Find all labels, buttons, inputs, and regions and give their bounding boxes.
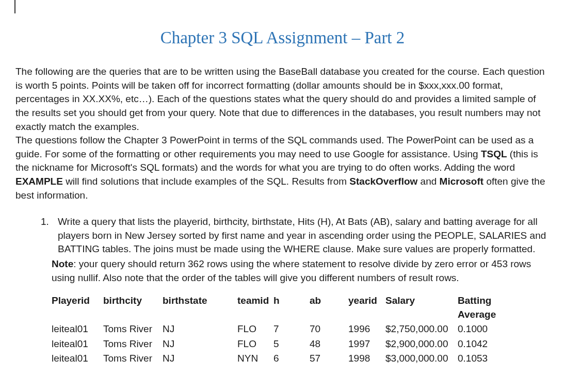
cell: 7 bbox=[273, 322, 310, 337]
cell: NYN bbox=[237, 352, 273, 367]
text-cursor bbox=[14, 0, 15, 13]
and-text: and bbox=[417, 176, 439, 187]
table-row: leiteal01 Toms River NJ FLO 7 70 1996 $2… bbox=[52, 322, 509, 337]
microsoft-keyword: Microsoft bbox=[440, 176, 484, 187]
cell: NJ bbox=[163, 337, 237, 352]
note-text: : your query should return 362 rows usin… bbox=[52, 258, 531, 283]
table-header-row: Playerid birthcity birthstate teamid h a… bbox=[52, 294, 509, 322]
cell: 0.1000 bbox=[458, 322, 509, 337]
col-playerid: Playerid bbox=[52, 294, 103, 322]
cell: $2,900,000.00 bbox=[385, 337, 458, 352]
cell: FLO bbox=[237, 322, 273, 337]
cell: NJ bbox=[163, 352, 237, 367]
col-salary: Salary bbox=[385, 294, 458, 322]
note-block: Note: your query should return 362 rows … bbox=[52, 257, 550, 285]
question-1-text: Write a query that lists the playerid, b… bbox=[58, 216, 546, 254]
question-list: Write a query that lists the playerid, b… bbox=[15, 215, 550, 256]
cell: leiteal01 bbox=[52, 352, 103, 367]
col-birthcity: birthcity bbox=[103, 294, 163, 322]
intro-text-2a: The questions follow the Chapter 3 Power… bbox=[15, 135, 534, 159]
col-h: h bbox=[273, 294, 310, 322]
cell: 1997 bbox=[348, 337, 385, 352]
cell: Toms River bbox=[103, 337, 163, 352]
intro-paragraph: The following are the queries that are t… bbox=[15, 65, 550, 202]
table-row: leiteal01 Toms River NJ NYN 6 57 1998 $3… bbox=[52, 352, 509, 367]
page-title: Chapter 3 SQL Assignment – Part 2 bbox=[15, 26, 550, 50]
cell: leiteal01 bbox=[52, 322, 103, 337]
cell: 57 bbox=[310, 352, 348, 367]
col-teamid: teamid bbox=[237, 294, 273, 322]
cell: 1996 bbox=[348, 322, 385, 337]
cell: FLO bbox=[237, 337, 273, 352]
example-keyword: EXAMPLE bbox=[15, 176, 63, 187]
note-label: Note bbox=[52, 258, 73, 269]
cell: 0.1042 bbox=[458, 337, 509, 352]
cell: $2,750,000.00 bbox=[385, 322, 458, 337]
cell: 48 bbox=[310, 337, 348, 352]
tsql-keyword: TSQL bbox=[481, 149, 507, 159]
cell: 5 bbox=[273, 337, 310, 352]
cell: 1998 bbox=[348, 352, 385, 367]
cell: leiteal01 bbox=[52, 337, 103, 352]
intro-text-1: The following are the queries that are t… bbox=[15, 66, 545, 132]
table-row: leiteal01 Toms River NJ FLO 5 48 1997 $2… bbox=[52, 337, 509, 352]
col-batting: Batting Average bbox=[458, 294, 509, 322]
question-1: Write a query that lists the playerid, b… bbox=[52, 215, 550, 256]
results-table: Playerid birthcity birthstate teamid h a… bbox=[52, 294, 509, 367]
intro-text-2c: will find solutions that include example… bbox=[63, 176, 349, 187]
cell: 6 bbox=[273, 352, 310, 367]
col-birthstate: birthstate bbox=[163, 294, 237, 322]
col-yearid: yearid bbox=[348, 294, 385, 322]
cell: $3,000,000.00 bbox=[385, 352, 458, 367]
cell: Toms River bbox=[103, 322, 163, 337]
cell: 0.1053 bbox=[458, 352, 509, 367]
cell: Toms River bbox=[103, 352, 163, 367]
cell: 70 bbox=[310, 322, 348, 337]
stackoverflow-keyword: StackOverflow bbox=[349, 176, 417, 187]
col-ab: ab bbox=[310, 294, 348, 322]
cell: NJ bbox=[163, 322, 237, 337]
